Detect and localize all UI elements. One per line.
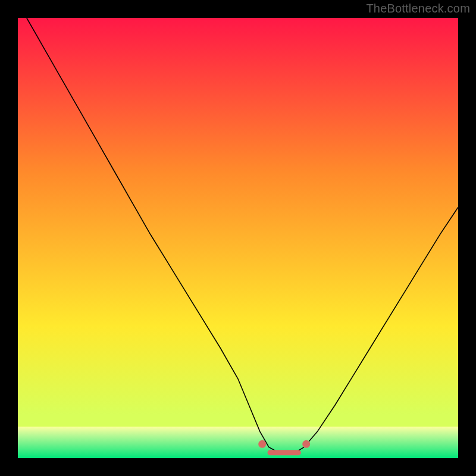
gradient-background bbox=[18, 18, 458, 458]
marker-dot-right bbox=[302, 440, 310, 448]
plot-area bbox=[18, 18, 458, 458]
chart-frame: TheBottleneck.com bbox=[0, 0, 476, 476]
bottom-band bbox=[18, 427, 458, 458]
chart-svg bbox=[18, 18, 458, 458]
marker-dot-left bbox=[258, 440, 266, 448]
attribution-text: TheBottleneck.com bbox=[366, 2, 470, 15]
